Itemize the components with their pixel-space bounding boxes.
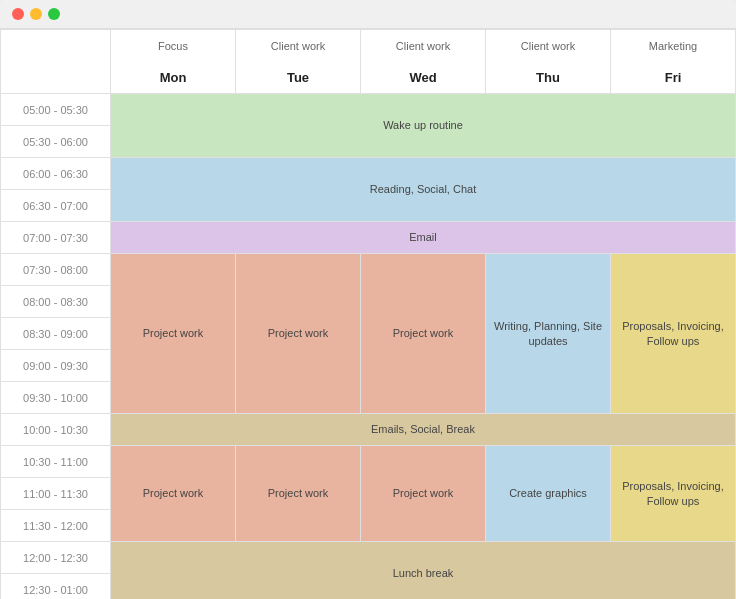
- title-bar: [0, 0, 736, 29]
- table-row: 12:00 - 12:30 Lunch break: [1, 542, 737, 574]
- time-cell: 09:30 - 10:00: [1, 382, 111, 414]
- category-header-row: Focus Client work Client work Client wor…: [1, 30, 737, 62]
- day-tue: Tue: [236, 62, 361, 94]
- close-button[interactable]: [12, 8, 24, 20]
- day-fri: Fri: [611, 62, 736, 94]
- event-email: Email: [111, 222, 736, 254]
- event-writing-thu-1: Writing, Planning, Site updates: [486, 254, 611, 414]
- event-lunch: Lunch break: [111, 542, 736, 600]
- time-cell: 06:00 - 06:30: [1, 158, 111, 190]
- time-cell: 08:30 - 09:00: [1, 318, 111, 350]
- event-project-tue-2: Project work: [236, 446, 361, 542]
- day-header-row: Mon Tue Wed Thu Fri: [1, 62, 737, 94]
- table-row: 10:00 - 10:30 Emails, Social, Break: [1, 414, 737, 446]
- cat-client3: Client work: [486, 30, 611, 62]
- day-wed: Wed: [361, 62, 486, 94]
- cat-time: [1, 30, 111, 62]
- time-cell: 05:30 - 06:00: [1, 126, 111, 158]
- event-create-graphics: Create graphics: [486, 446, 611, 542]
- schedule-table: Focus Client work Client work Client wor…: [0, 29, 736, 599]
- time-cell: 12:00 - 12:30: [1, 542, 111, 574]
- table-row: 06:00 - 06:30 Reading, Social, Chat: [1, 158, 737, 190]
- table-row: 10:30 - 11:00 Project work Project work …: [1, 446, 737, 478]
- day-thu: Thu: [486, 62, 611, 94]
- day-empty: [1, 62, 111, 94]
- event-reading: Reading, Social, Chat: [111, 158, 736, 222]
- cat-marketing: Marketing: [611, 30, 736, 62]
- cat-client1: Client work: [236, 30, 361, 62]
- minimize-button[interactable]: [30, 8, 42, 20]
- event-project-wed-1: Project work: [361, 254, 486, 414]
- time-cell: 07:00 - 07:30: [1, 222, 111, 254]
- time-cell: 10:30 - 11:00: [1, 446, 111, 478]
- event-project-mon-1: Project work: [111, 254, 236, 414]
- schedule-container: Focus Client work Client work Client wor…: [0, 29, 736, 599]
- event-emails-social: Emails, Social, Break: [111, 414, 736, 446]
- event-project-mon-2: Project work: [111, 446, 236, 542]
- table-row: 07:30 - 08:00 Project work Project work …: [1, 254, 737, 286]
- time-cell: 08:00 - 08:30: [1, 286, 111, 318]
- table-row: 05:00 - 05:30 Wake up routine: [1, 94, 737, 126]
- time-cell: 10:00 - 10:30: [1, 414, 111, 446]
- time-cell: 11:00 - 11:30: [1, 478, 111, 510]
- maximize-button[interactable]: [48, 8, 60, 20]
- time-cell: 07:30 - 08:00: [1, 254, 111, 286]
- time-cell: 09:00 - 09:30: [1, 350, 111, 382]
- app-window: Focus Client work Client work Client wor…: [0, 0, 736, 599]
- event-proposals-fri-2: Proposals, Invoicing, Follow ups: [611, 446, 736, 542]
- time-cell: 11:30 - 12:00: [1, 510, 111, 542]
- event-wake-up: Wake up routine: [111, 94, 736, 158]
- table-row: 07:00 - 07:30 Email: [1, 222, 737, 254]
- event-proposals-fri-1: Proposals, Invoicing, Follow ups: [611, 254, 736, 414]
- cat-client2: Client work: [361, 30, 486, 62]
- cat-focus: Focus: [111, 30, 236, 62]
- event-project-tue-1: Project work: [236, 254, 361, 414]
- day-mon: Mon: [111, 62, 236, 94]
- time-cell: 06:30 - 07:00: [1, 190, 111, 222]
- event-project-wed-2: Project work: [361, 446, 486, 542]
- time-cell: 05:00 - 05:30: [1, 94, 111, 126]
- time-cell: 12:30 - 01:00: [1, 574, 111, 600]
